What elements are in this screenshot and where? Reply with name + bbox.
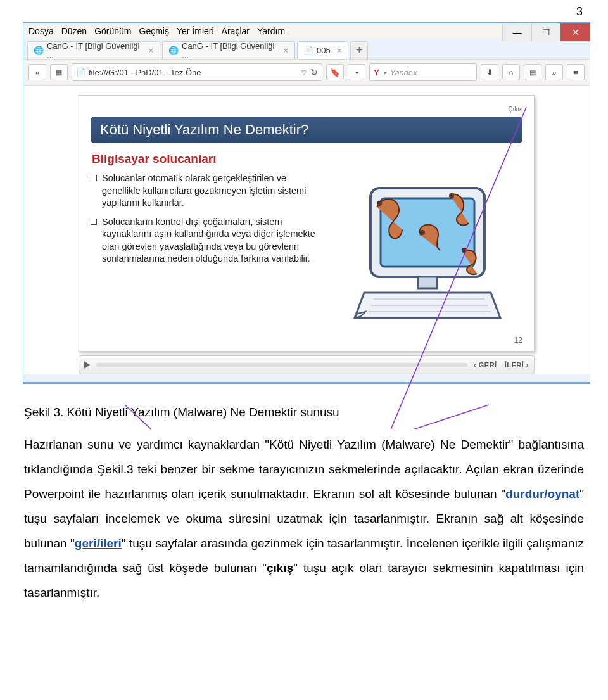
window-close-button[interactable]: ✕: [560, 23, 590, 41]
home-button[interactable]: ⌂: [502, 64, 520, 80]
new-tab-button[interactable]: +: [350, 41, 368, 59]
back-button[interactable]: «: [28, 64, 46, 80]
slide-illustration: [332, 172, 522, 331]
speed-dial-button[interactable]: ▦: [50, 64, 68, 80]
player-bar: GERİ İLERİ: [79, 355, 535, 374]
menu-help[interactable]: Yardım: [257, 26, 285, 36]
tab-1[interactable]: 🌐 CanG - IT [Bilgi Güvenliği ... ×: [27, 41, 160, 59]
slide-text: Solucanlar otomatik olarak gerçekleştiri…: [91, 172, 322, 331]
toolbar: « ▦ 📄 file:///G:/01 - PhD/01 - Tez Öne ▽…: [23, 59, 590, 85]
browser-viewport: Çıkış Kötü Niyetli Yazılım Ne Demektir? …: [23, 85, 590, 374]
svg-point-9: [451, 195, 452, 196]
browser-window: Dosya Düzen Görünüm Geçmiş Yer İmleri Ar…: [23, 22, 590, 383]
term-back-forward: geri/ileri: [75, 537, 122, 550]
term-play-pause: durdur/oynat: [505, 487, 580, 500]
reload-icon[interactable]: ↻: [310, 67, 318, 77]
more-button[interactable]: »: [545, 64, 563, 80]
term-exit: çıkış: [267, 561, 293, 575]
slide-subtitle: Bilgisayar solucanları: [92, 152, 522, 166]
dropdown-icon[interactable]: ▽: [301, 69, 307, 76]
world-icon: 🌐: [169, 46, 178, 55]
slide: Çıkış Kötü Niyetli Yazılım Ne Demektir? …: [79, 95, 535, 352]
world-icon: 🌐: [34, 46, 43, 55]
bullet-text: Solucanların kontrol dışı çoğalmaları, s…: [102, 216, 322, 265]
dropdown-button[interactable]: ▾: [348, 64, 365, 80]
download-button[interactable]: ⬇: [481, 64, 498, 80]
tab-close-icon[interactable]: ×: [283, 46, 288, 55]
slide-exit-button[interactable]: Çıkış: [91, 106, 522, 113]
menu-file[interactable]: Dosya: [28, 26, 54, 36]
address-bar[interactable]: 📄 file:///G:/01 - PhD/01 - Tez Öne ▽ ↻: [72, 63, 322, 81]
yandex-icon: Y: [374, 68, 379, 77]
tab-label: 005: [317, 46, 331, 55]
menu-tools[interactable]: Araçlar: [222, 26, 250, 36]
figure-caption: Şekil 3. Kötü Niyetli Yazılım (Malware) …: [24, 400, 584, 425]
slide-title: Kötü Niyetli Yazılım Ne Demektir?: [91, 117, 522, 143]
tab-label: CanG - IT [Bilgi Güvenliği ...: [47, 41, 142, 60]
prev-button[interactable]: GERİ: [474, 361, 497, 369]
menu-view[interactable]: Görünüm: [94, 26, 131, 36]
next-button[interactable]: İLERİ: [505, 361, 529, 369]
maximize-button[interactable]: ☐: [531, 23, 560, 41]
slide-number: 12: [91, 336, 522, 345]
menu-edit[interactable]: Düzen: [61, 26, 87, 36]
menu-history[interactable]: Geçmiş: [139, 26, 169, 36]
worm-computer-icon: [339, 175, 516, 328]
sidebar-button[interactable]: ▤: [524, 64, 542, 80]
window-controls: — ☐ ✕: [502, 23, 590, 41]
bookmark-button[interactable]: 🔖: [326, 64, 344, 80]
seek-track[interactable]: [96, 363, 467, 367]
tab-close-icon[interactable]: ×: [148, 46, 153, 55]
file-icon: 📄: [304, 46, 313, 55]
svg-point-11: [422, 232, 423, 233]
svg-point-13: [464, 250, 465, 251]
minimize-button[interactable]: —: [502, 23, 531, 41]
file-icon: 📄: [76, 68, 85, 77]
bullet-icon: [91, 175, 97, 181]
menu-button[interactable]: ≡: [567, 64, 585, 80]
tab-2[interactable]: 🌐 CanG - IT [Bilgi Güvenliği ... ×: [162, 41, 295, 59]
divider: [23, 383, 590, 384]
tab-close-icon[interactable]: ×: [337, 46, 342, 55]
menu-bookmarks[interactable]: Yer İmleri: [177, 26, 214, 36]
svg-rect-2: [418, 277, 437, 288]
url-text: file:///G:/01 - PhD/01 - Tez Öne: [89, 68, 298, 77]
bullet-text: Solucanlar otomatik olarak gerçekleştiri…: [102, 172, 322, 210]
play-button[interactable]: [84, 361, 90, 369]
search-placeholder: Yandex: [390, 68, 417, 77]
tab-3[interactable]: 📄 005 ×: [297, 41, 348, 59]
tabstrip: 🌐 CanG - IT [Bilgi Güvenliği ... × 🌐 Can…: [23, 39, 590, 59]
tab-label: CanG - IT [Bilgi Güvenliği ...: [182, 41, 277, 60]
svg-point-7: [379, 203, 380, 204]
body-paragraph: Hazırlanan sunu ve yardımcı kaynaklardan…: [24, 433, 584, 606]
bullet-icon: [91, 219, 97, 225]
search-box[interactable]: Y ▾ Yandex: [369, 63, 477, 81]
page-number: 3: [0, 0, 608, 22]
